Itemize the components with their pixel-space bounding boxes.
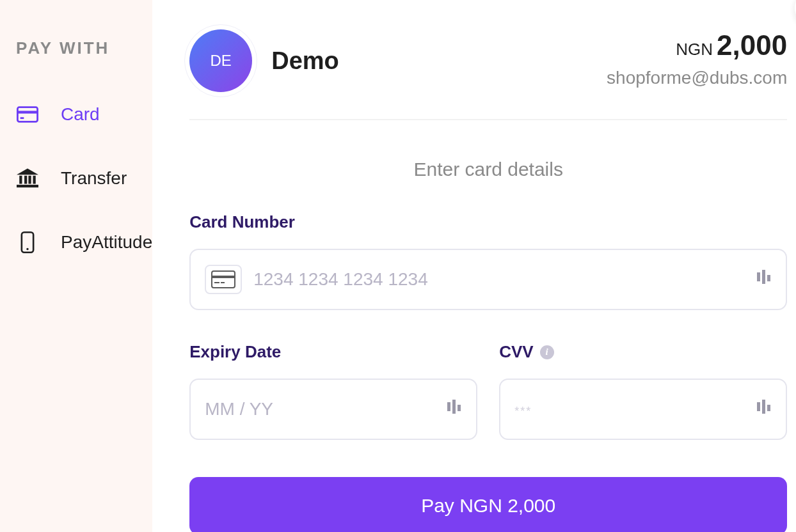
checkout-header: DE Demo NGN 2,000 shopforme@dubs.com <box>189 29 787 92</box>
sidebar-item-label: Card <box>61 104 100 125</box>
svg-rect-1 <box>17 111 37 113</box>
svg-marker-3 <box>17 168 38 175</box>
pay-button[interactable]: Pay NGN 2,000 <box>189 477 787 532</box>
svg-rect-5 <box>24 176 27 184</box>
svg-rect-20 <box>447 402 450 411</box>
amount-currency: NGN <box>676 40 713 59</box>
svg-rect-25 <box>767 405 770 411</box>
cvv-input[interactable] <box>514 399 744 419</box>
secure-icon <box>445 400 462 419</box>
checkout-main: DE Demo NGN 2,000 shopforme@dubs.com Ent… <box>152 0 796 532</box>
form-title: Enter card details <box>189 159 787 180</box>
svg-rect-13 <box>212 271 235 288</box>
svg-rect-24 <box>762 400 765 414</box>
sidebar-item-card[interactable]: Card <box>16 103 152 126</box>
sidebar-item-payattitude[interactable]: PayAttitude <box>16 231 152 254</box>
svg-rect-6 <box>28 176 31 184</box>
expiry-field: Expiry Date <box>189 342 477 440</box>
card-icon <box>16 103 39 126</box>
amount-block: NGN 2,000 shopforme@dubs.com <box>607 29 787 88</box>
card-number-input-wrap[interactable] <box>189 249 787 310</box>
merchant-block: DE Demo <box>189 29 339 92</box>
sidebar-item-transfer[interactable]: Transfer <box>16 167 152 190</box>
expiry-input[interactable] <box>205 399 434 419</box>
svg-rect-16 <box>221 282 225 283</box>
expiry-input-wrap[interactable] <box>189 379 477 440</box>
cvv-field: CVV i <box>499 342 787 440</box>
secure-icon <box>755 400 772 419</box>
phone-icon <box>16 231 39 254</box>
merchant-avatar: DE <box>189 29 252 92</box>
svg-rect-17 <box>757 272 760 281</box>
secure-icon <box>755 270 772 289</box>
svg-rect-15 <box>214 282 219 283</box>
cvv-label-row: CVV i <box>499 342 787 362</box>
expiry-label: Expiry Date <box>189 342 477 362</box>
svg-point-10 <box>26 248 28 250</box>
bank-icon <box>16 167 39 190</box>
cvv-input-wrap[interactable] <box>499 379 787 440</box>
card-number-input[interactable] <box>253 269 744 290</box>
card-number-field: Card Number <box>189 212 787 310</box>
cvv-label: CVV <box>499 342 533 362</box>
avatar-ring <box>184 24 257 97</box>
svg-rect-19 <box>767 275 770 281</box>
svg-rect-2 <box>20 117 24 119</box>
svg-rect-4 <box>19 176 22 184</box>
sidebar-item-label: Transfer <box>61 168 127 189</box>
svg-rect-18 <box>762 270 765 284</box>
sidebar-item-label: PayAttitude <box>61 232 152 253</box>
card-number-label: Card Number <box>189 212 787 232</box>
svg-rect-0 <box>17 107 37 122</box>
svg-rect-7 <box>33 176 36 184</box>
info-icon[interactable]: i <box>540 345 554 359</box>
header-divider <box>189 119 787 120</box>
card-front-icon <box>205 265 242 294</box>
svg-rect-23 <box>757 402 760 411</box>
merchant-name: Demo <box>271 47 339 75</box>
sidebar-title: PAY WITH <box>16 38 152 58</box>
customer-email: shopforme@dubs.com <box>607 68 787 88</box>
pay-with-sidebar: PAY WITH Card <box>0 0 152 532</box>
svg-rect-22 <box>458 405 461 411</box>
svg-rect-8 <box>17 185 38 187</box>
svg-rect-21 <box>452 400 456 414</box>
sidebar-items: Card Transfer <box>16 103 152 254</box>
amount-value: 2,000 <box>717 29 787 61</box>
svg-rect-14 <box>212 276 235 278</box>
